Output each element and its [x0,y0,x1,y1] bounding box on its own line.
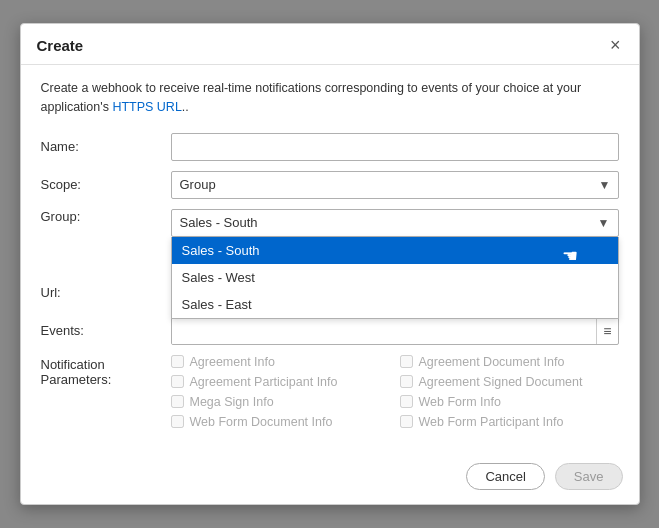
url-label: Url: [41,285,171,300]
checkboxes-grid: Agreement Info Agreement Document Info A… [171,355,619,429]
group-option-east[interactable]: Sales - East [172,291,618,318]
group-option-south[interactable]: Sales - South ☚ [172,237,618,264]
checkbox-mega-sign: Mega Sign Info [171,395,390,409]
checkbox-mega-sign-input[interactable] [171,395,184,408]
checkbox-agreement-info-label: Agreement Info [190,355,275,369]
checkbox-agreement-signed-doc: Agreement Signed Document [400,375,619,389]
group-selected-value: Sales - South [180,215,258,230]
checkbox-agreement-participant-label: Agreement Participant Info [190,375,338,389]
checkbox-agreement-doc-info-label: Agreement Document Info [419,355,565,369]
checkbox-agreement-info: Agreement Info [171,355,390,369]
group-select-arrow-icon: ▼ [598,216,610,230]
events-input-wrapper: ≡ [171,317,619,345]
checkbox-web-form-info-label: Web Form Info [419,395,501,409]
checkbox-web-form-doc: Web Form Document Info [171,415,390,429]
checkbox-agreement-participant-input[interactable] [171,375,184,388]
checkbox-agreement-info-input[interactable] [171,355,184,368]
checkbox-web-form-info-input[interactable] [400,395,413,408]
group-label: Group: [41,209,171,224]
checkbox-web-form-participant-input[interactable] [400,415,413,428]
checkbox-web-form-doc-label: Web Form Document Info [190,415,333,429]
events-row: Events: ≡ [41,317,619,345]
name-label: Name: [41,139,171,154]
scope-select-wrapper: Group Account User ▼ [171,171,619,199]
events-input[interactable] [172,318,597,344]
scope-label: Scope: [41,177,171,192]
name-input[interactable] [171,133,619,161]
dialog-title: Create [37,37,84,54]
dialog-body: Create a webhook to receive real-time no… [21,65,639,453]
cancel-button[interactable]: Cancel [466,463,544,490]
checkbox-agreement-doc-info-input[interactable] [400,355,413,368]
checkbox-web-form-info: Web Form Info [400,395,619,409]
description-text: Create a webhook to receive real-time no… [41,79,619,117]
notification-section: Notification Parameters: Agreement Info … [41,355,619,429]
checkbox-agreement-signed-doc-input[interactable] [400,375,413,388]
checkbox-mega-sign-label: Mega Sign Info [190,395,274,409]
notification-label: Notification Parameters: [41,355,171,429]
notification-label-row: Notification Parameters: Agreement Info … [41,355,619,429]
checkbox-agreement-signed-doc-label: Agreement Signed Document [419,375,583,389]
close-button[interactable]: × [608,36,623,54]
group-row: Group: Sales - South ▼ Sales - South ☚ S… [41,209,619,237]
group-option-west[interactable]: Sales - West [172,264,618,291]
checkbox-web-form-participant: Web Form Participant Info [400,415,619,429]
dialog-footer: Cancel Save [21,453,639,504]
scope-select[interactable]: Group Account User [171,171,619,199]
events-label: Events: [41,323,171,338]
scope-row: Scope: Group Account User ▼ [41,171,619,199]
group-dropdown-menu: Sales - South ☚ Sales - West Sales - Eas… [171,237,619,319]
save-button[interactable]: Save [555,463,623,490]
group-select-wrapper: Sales - South ▼ Sales - South ☚ Sales - … [171,209,619,237]
dialog-header: Create × [21,24,639,65]
checkbox-web-form-participant-label: Web Form Participant Info [419,415,564,429]
checkbox-agreement-doc-info: Agreement Document Info [400,355,619,369]
checkbox-agreement-participant: Agreement Participant Info [171,375,390,389]
create-dialog: Create × Create a webhook to receive rea… [20,23,640,505]
checkbox-web-form-doc-input[interactable] [171,415,184,428]
group-select-display[interactable]: Sales - South ▼ [171,209,619,237]
events-menu-icon[interactable]: ≡ [596,318,617,344]
name-row: Name: [41,133,619,161]
